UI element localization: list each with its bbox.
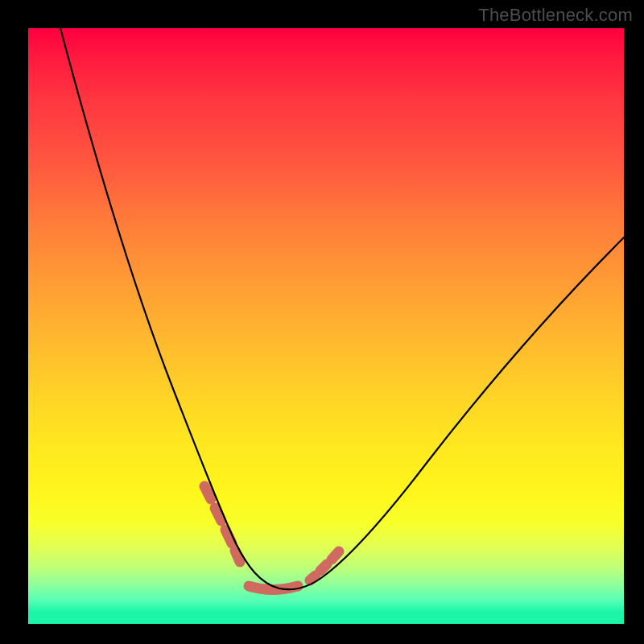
accent-left-1	[204, 486, 211, 499]
chart-frame: TheBottleneck.com	[0, 0, 644, 644]
bottleneck-curve	[60, 28, 624, 589]
watermark-text: TheBottleneck.com	[478, 5, 633, 26]
accent-group	[204, 486, 339, 590]
accent-left-4	[235, 551, 240, 562]
plot-area	[28, 28, 624, 624]
accent-right-2	[320, 564, 327, 571]
accent-right-3	[332, 551, 339, 559]
chart-svg	[28, 28, 624, 624]
accent-right-1	[310, 576, 316, 580]
